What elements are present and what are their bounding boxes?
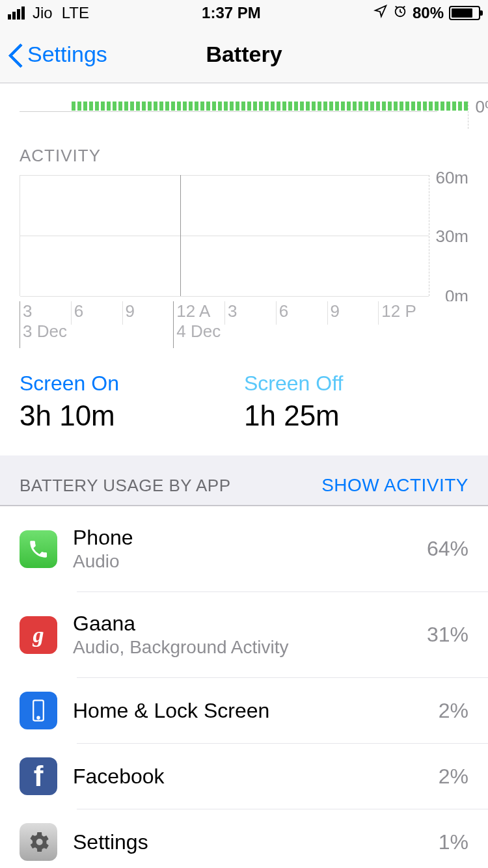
battery-pct-label: 80% [413,4,444,22]
app-subtitle: Audio [73,551,419,572]
usage-section-title: BATTERY USAGE BY APP [20,476,231,496]
svg-point-2 [37,716,39,718]
app-row-gaana[interactable]: g Gaana Audio, Background Activity 31% [0,592,488,677]
battery-level-chart[interactable]: 0% [0,83,488,129]
x-tick: 12 A4 Dec [173,301,224,348]
x-tick: 3 [224,301,276,325]
settings-app-icon [20,823,57,861]
app-name: Gaana [73,612,419,636]
usage-section-header: BATTERY USAGE BY APP SHOW ACTIVITY [0,455,488,506]
x-tick: 6 [276,301,327,325]
activity-chart[interactable]: 60m 30m 0m [0,171,488,301]
screen-on-value: 3h 10m [20,400,244,432]
app-percentage: 64% [427,528,468,570]
app-percentage: 2% [439,755,468,798]
network-label: LTE [62,4,89,22]
y-label-30m: 30m [435,226,468,247]
app-name: Settings [73,830,431,854]
gaana-app-icon: g [20,616,57,654]
nav-bar: Settings Battery [0,26,488,83]
app-subtitle: Audio, Background Activity [73,637,419,658]
app-percentage: 2% [439,690,468,732]
screen-off-value: 1h 25m [244,400,468,432]
app-name: Phone [73,526,419,550]
app-row-settings[interactable]: Settings 1% [0,809,488,868]
x-tick: 6 [71,301,122,325]
charging-icon [416,108,429,132]
chevron-left-icon [8,42,23,68]
back-label: Settings [27,42,107,67]
app-percentage: 31% [427,614,468,656]
app-name: Facebook [73,765,431,789]
show-activity-button[interactable]: SHOW ACTIVITY [321,475,468,496]
y-label-0pct: 0% [475,97,488,117]
alarm-icon [393,4,407,22]
x-tick: 12 P [378,301,429,325]
app-row-home-lock[interactable]: Home & Lock Screen 2% [0,678,488,743]
activity-section-label: ACTIVITY [0,129,488,171]
x-tick: 33 Dec [20,301,71,348]
x-tick: 9 [122,301,174,325]
back-button[interactable]: Settings [8,42,107,68]
carrier-label: Jio [33,4,53,22]
y-label-60m: 60m [435,168,468,188]
signal-icon [8,7,25,20]
status-bar: Jio LTE 1:37 PM 80% [0,0,488,26]
home-lock-icon [20,692,57,729]
x-tick: 9 [327,301,379,325]
app-percentage: 1% [439,821,468,863]
screen-off-label: Screen Off [244,372,468,396]
phone-app-icon [20,530,57,568]
app-usage-list[interactable]: Phone Audio 64% g Gaana Audio, Backgroun… [0,506,488,868]
app-row-facebook[interactable]: f Facebook 2% [0,744,488,809]
app-name: Home & Lock Screen [73,699,431,723]
location-icon [373,4,388,22]
screen-time-stats: Screen On 3h 10m Screen Off 1h 25m [0,353,488,455]
activity-x-axis: 33 Dec6912 A4 Dec36912 P [0,301,488,353]
battery-icon [449,6,480,20]
clock: 1:37 PM [202,4,261,22]
app-row-phone[interactable]: Phone Audio 64% [0,506,488,591]
facebook-app-icon: f [20,757,57,795]
battery-level-fill [72,102,468,111]
screen-on-label: Screen On [20,372,244,396]
